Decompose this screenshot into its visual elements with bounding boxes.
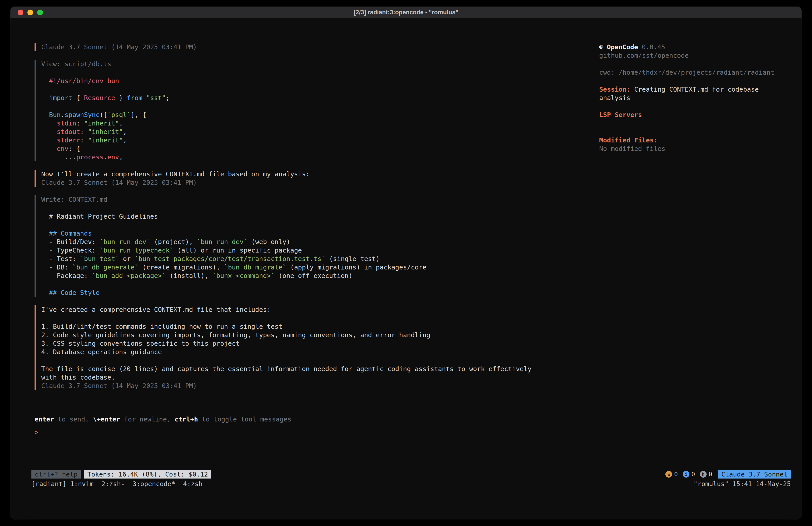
tmux-left: [radiant] 1:nvim2:zsh-3:opencode*4:zsh <box>31 480 203 488</box>
cwd-label: cwd: <box>599 69 619 76</box>
text-line: Claude 3.7 Sonnet (14 May 2025 03:41 PM) <box>41 43 599 51</box>
diagnostics: w0i0h0 <box>665 470 712 479</box>
text-line: 3. CSS styling conventions specific to t… <box>41 339 599 348</box>
app-header: ©OpenCode0.0.45 <box>599 43 791 51</box>
text-line: - Build/Dev: `bun run dev` (project), `b… <box>41 238 599 246</box>
session-line: Session: Creating CONTEXT.md for codebas… <box>599 85 791 102</box>
tokens-cost-chip: Tokens: 16.4K (8%), Cost: $0.12 <box>84 470 211 479</box>
diagnostic-icon: h <box>700 471 707 478</box>
message-input[interactable]: > <box>31 425 791 470</box>
text-line: Write: CONTEXT.md <box>41 195 599 204</box>
terminal-screen: Claude 3.7 Sonnet (14 May 2025 03:41 PM)… <box>11 18 801 519</box>
assistant-summary-block: I've created a comprehensive CONTEXT.md … <box>34 305 599 390</box>
text-line: stdout: "inherit", <box>41 127 599 136</box>
text-line <box>41 102 599 111</box>
app-name: OpenCode <box>607 43 638 51</box>
diagnostic-icon: w <box>665 471 672 478</box>
text-line: - DB: `bun db generate` (create migratio… <box>41 263 599 271</box>
text-line: Claude 3.7 Sonnet (14 May 2025 03:41 PM) <box>41 382 599 390</box>
opencode-logo-icon: © <box>599 43 603 51</box>
diagnostic-badge: w0 <box>665 470 678 479</box>
assistant-message-block: Now I'll create a comprehensive CONTEXT.… <box>34 170 599 187</box>
cwd-line: cwd: /home/thdxr/dev/projects/radiant/ra… <box>599 68 791 77</box>
text-line: Claude 3.7 Sonnet (14 May 2025 03:41 PM) <box>41 178 599 187</box>
diagnostic-badge: i0 <box>683 470 695 479</box>
text-line: - TypeCheck: `bun run typecheck` (all) o… <box>41 246 599 255</box>
sidebar: ©OpenCode0.0.45 github.com/sst/opencode … <box>599 43 791 153</box>
text-line: - Test: `bun test` or `bun test packages… <box>41 255 599 263</box>
keybind-help-line: enter to send, \+enter for newline, ctrl… <box>34 415 791 424</box>
text-line: with this codebase. <box>41 373 599 382</box>
diagnostic-count: 0 <box>692 470 695 479</box>
text-line: env: { <box>41 144 599 153</box>
zoom-button[interactable] <box>37 10 43 15</box>
close-button[interactable] <box>18 10 24 15</box>
modified-files-header: Modified Files: <box>599 136 791 144</box>
diagnostic-icon: i <box>683 471 690 478</box>
terminal-window: [2/3] radiant:3:opencode - "romulus" Cla… <box>11 7 801 519</box>
text-line: 1. Build/lint/test commands including ho… <box>41 322 599 331</box>
window-title: [2/3] radiant:3:opencode - "romulus" <box>11 9 801 16</box>
prompt-symbol: > <box>34 428 38 436</box>
diagnostic-count: 0 <box>709 470 712 479</box>
text-line: Bun.spawnSync([`psql`], { <box>41 111 599 119</box>
repo-link: github.com/sst/opencode <box>599 51 791 60</box>
text-line: enter to send, \+enter for newline, ctrl… <box>34 415 791 424</box>
app-version: 0.0.45 <box>642 43 665 51</box>
text-line: View: script/db.ts <box>41 60 599 68</box>
help-hint-chip: ctrl+? help <box>31 470 81 479</box>
text-line: ...process.env, <box>41 153 599 161</box>
text-line: ## Commands <box>41 229 599 238</box>
tmux-session-name: [radiant] <box>31 480 67 488</box>
tmux-window-item[interactable]: 2:zsh- <box>101 480 125 488</box>
text-line: The file is concise (20 lines) and captu… <box>41 365 599 373</box>
text-line: ## Code Style <box>41 288 599 297</box>
diagnostic-count: 0 <box>674 470 678 479</box>
traffic-lights <box>11 10 43 15</box>
window-titlebar: [2/3] radiant:3:opencode - "romulus" <box>11 7 801 18</box>
conversation: Claude 3.7 Sonnet (14 May 2025 03:41 PM)… <box>31 43 599 390</box>
text-line: 2. Code style guidelines covering import… <box>41 331 599 339</box>
tmux-clock: "romulus" 15:41 14-May-25 <box>694 480 791 488</box>
text-line <box>41 68 599 77</box>
text-line <box>41 356 599 365</box>
model-chip: Claude 3.7 Sonnet <box>718 470 791 479</box>
text-line: - Package: `bun add <package>` (install)… <box>41 271 599 280</box>
tmux-window-list: 1:nvim2:zsh-3:opencode*4:zsh <box>70 480 203 488</box>
text-line: stdin: "inherit", <box>41 119 599 127</box>
tool-view-block: View: script/db.ts #!/usr/bin/env bun im… <box>34 60 599 161</box>
tmux-window-item[interactable]: 3:opencode* <box>133 480 175 488</box>
text-line <box>41 204 599 212</box>
tmux-window-item[interactable]: 1:nvim <box>70 480 93 488</box>
session-label: Session: <box>599 86 634 93</box>
text-line <box>41 314 599 322</box>
tmux-status-line: [radiant] 1:nvim2:zsh-3:opencode*4:zsh "… <box>31 480 791 488</box>
tmux-window-item[interactable]: 4:zsh <box>183 480 203 488</box>
text-line: #!/usr/bin/env bun <box>41 77 599 85</box>
text-line: Now I'll create a comprehensive CONTEXT.… <box>41 170 599 178</box>
status-bar: ctrl+? help Tokens: 16.4K (8%), Cost: $0… <box>31 470 791 479</box>
main-area: Claude 3.7 Sonnet (14 May 2025 03:41 PM)… <box>31 43 791 415</box>
text-line: 4. Database operations guidance <box>41 348 599 356</box>
assistant-meta-block: Claude 3.7 Sonnet (14 May 2025 03:41 PM) <box>34 43 599 51</box>
text-line: import { Resource } from "sst"; <box>41 94 599 102</box>
text-line <box>41 85 599 94</box>
text-line: I've created a comprehensive CONTEXT.md … <box>41 305 599 314</box>
minimize-button[interactable] <box>27 10 33 15</box>
diagnostic-badge: h0 <box>700 470 712 479</box>
text-line <box>41 280 599 288</box>
text-line: stderr: "inherit", <box>41 136 599 144</box>
cwd-path: /home/thdxr/dev/projects/radiant/radiant <box>619 69 774 76</box>
tool-write-block: Write: CONTEXT.md # Radiant Project Guid… <box>34 195 599 297</box>
lsp-servers-header: LSP Servers <box>599 111 791 119</box>
text-line <box>41 221 599 229</box>
modified-files-empty: No modified files <box>599 144 791 153</box>
text-line: # Radiant Project Guidelines <box>41 212 599 221</box>
